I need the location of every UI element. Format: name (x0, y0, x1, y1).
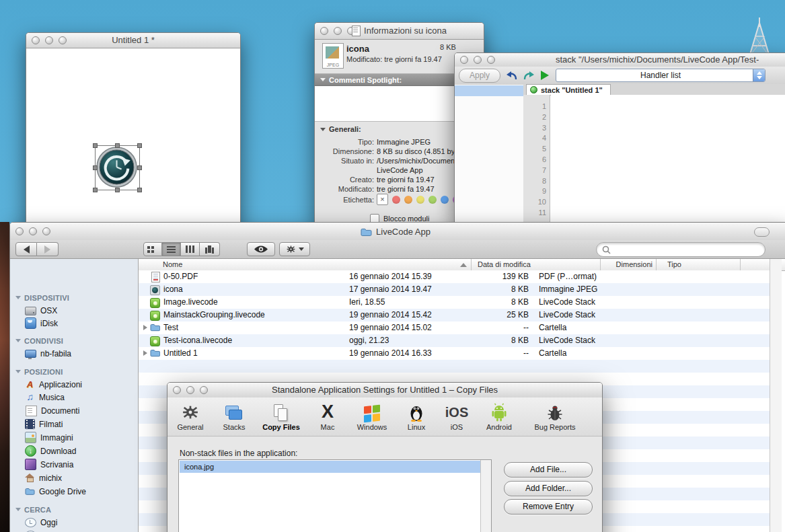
column-header-nome[interactable]: Nome (163, 260, 182, 268)
sidebar-item-filmati[interactable]: Filmati (10, 418, 138, 430)
redo-icon[interactable] (523, 70, 535, 81)
file-row-icona[interactable]: icona 17 gennaio 2014 19.47 8 KB Immagin… (139, 283, 770, 296)
minimize-button[interactable] (334, 27, 342, 35)
selection-handle[interactable] (115, 143, 120, 148)
selection-handle[interactable] (93, 143, 98, 148)
remove-entry-button[interactable]: Remove Entry (504, 499, 593, 515)
label-color-orange[interactable] (404, 196, 412, 204)
add-folder-button[interactable]: Add Folder... (504, 481, 593, 496)
label-color-yellow[interactable] (416, 196, 424, 204)
disclosure-triangle-icon[interactable] (15, 370, 21, 373)
file-row-mainstackgrouping[interactable]: MainstackGrouping.livecode 19 gennaio 20… (139, 309, 770, 321)
handler-list-dropdown[interactable]: Handler list (556, 69, 765, 82)
sidebar-item-documenti[interactable]: Documenti (10, 404, 138, 417)
file-row-pdf[interactable]: 0-50.PDF 16 gennaio 2014 15.39 139 KB PD… (139, 270, 770, 283)
sidebar-item-google-drive[interactable]: Google Drive (10, 485, 138, 498)
tab-linux[interactable]: Linux (398, 399, 435, 435)
sidebar-item-osx[interactable]: OSX (10, 304, 138, 317)
sidebar-item-oggi[interactable]: Oggi (10, 516, 138, 529)
sidebar-item-michix[interactable]: michix (10, 471, 138, 484)
minimize-button[interactable] (186, 386, 194, 394)
selection-handle[interactable] (137, 143, 142, 148)
quicklook-button[interactable] (247, 242, 275, 256)
tab-ios[interactable]: iOS iOS (439, 399, 474, 435)
sidebar-section-posizioni[interactable]: POSIZIONI (10, 365, 138, 378)
tab-bug-reports[interactable]: Bug Reports (523, 399, 587, 435)
sidebar-section-condivisi[interactable]: CONDIVISI (10, 334, 138, 347)
sidebar-item-immagini[interactable]: Immagini (10, 431, 138, 444)
disclosure-triangle-icon[interactable] (143, 350, 147, 356)
sidebar-item-scrivania[interactable]: Scrivania (10, 458, 138, 471)
column-header-dimensioni[interactable]: Dimensioni (604, 260, 652, 268)
tab-general[interactable]: General (169, 399, 212, 435)
sidebar-item-ieri[interactable]: Ieri (10, 529, 138, 532)
action-menu-button[interactable] (279, 242, 310, 256)
search-field[interactable] (596, 242, 765, 257)
column-header-data[interactable]: Data di modifica (478, 260, 531, 268)
sidebar-item-nb-fabila[interactable]: nb-fabila (10, 347, 138, 360)
add-file-button[interactable]: Add File... (504, 462, 593, 478)
disclosure-triangle-icon[interactable] (143, 325, 147, 330)
sidebar-section-dispositivi[interactable]: DISPOSITIVI (10, 291, 138, 304)
close-button[interactable] (460, 56, 468, 64)
file-row-untitled-folder[interactable]: Untitled 1 19 gennaio 2014 16.33 -- Cart… (139, 347, 770, 360)
close-button[interactable] (173, 386, 181, 394)
tab-mac[interactable]: X Mac (310, 399, 345, 435)
sidebar-item-idisk[interactable]: iDisk (10, 317, 138, 330)
file-row-image-livecode[interactable]: Image.livecode Ieri, 18.55 8 KB LiveCode… (139, 296, 770, 309)
zoom-button[interactable] (487, 56, 495, 64)
search-input[interactable] (613, 244, 751, 255)
column-header-tipo[interactable]: Tipo (667, 260, 681, 268)
toolbar-toggle-button[interactable] (754, 227, 770, 237)
selection-handle[interactable] (115, 188, 120, 192)
general-section-header[interactable]: Generali: (315, 125, 361, 133)
disclosure-triangle-icon[interactable] (15, 296, 21, 299)
icon-view-button[interactable] (143, 242, 162, 256)
selection-handle[interactable] (137, 188, 142, 192)
undo-icon[interactable] (506, 70, 518, 81)
disclosure-triangle-icon[interactable] (320, 78, 326, 81)
selected-image-object[interactable] (96, 146, 139, 190)
tab-android[interactable]: Android (477, 399, 521, 435)
label-color-blue[interactable] (441, 196, 449, 204)
apply-button[interactable]: Apply (459, 69, 500, 83)
file-list-item-selected[interactable]: icona.jpg (180, 461, 480, 473)
code-editing-area[interactable] (551, 95, 785, 223)
disclosure-triangle-icon[interactable] (320, 128, 326, 131)
forward-button[interactable] (37, 242, 59, 256)
disclosure-triangle-icon[interactable] (15, 508, 21, 511)
close-button[interactable] (320, 27, 328, 35)
tab-stacks[interactable]: Stacks (215, 399, 254, 435)
selection-handle[interactable] (93, 165, 98, 170)
stack-script-tab[interactable]: stack "Untitled 1" (526, 84, 611, 95)
list-scrollbar[interactable] (480, 460, 491, 532)
label-clear-button[interactable]: × (377, 194, 388, 205)
sidebar-item-download[interactable]: Download (10, 445, 138, 457)
file-row-test-folder[interactable]: Test 19 gennaio 2014 15.02 -- Cartella (139, 321, 770, 334)
column-view-button[interactable] (181, 242, 200, 256)
run-icon[interactable] (541, 71, 549, 80)
close-button[interactable] (32, 36, 40, 44)
file-row-test-icona[interactable]: Test-icona.livecode oggi, 21.23 8 KB Liv… (139, 334, 770, 347)
label-color-green[interactable] (428, 196, 437, 204)
coverflow-view-button[interactable] (200, 242, 220, 256)
minimize-button[interactable] (474, 56, 482, 64)
sidebar-item-applicazioni[interactable]: AApplicazioni (10, 378, 138, 391)
minimize-button[interactable] (45, 36, 53, 44)
selection-handle[interactable] (137, 165, 142, 170)
handler-side-panel[interactable] (455, 85, 524, 223)
tab-copy-files[interactable]: Copy Files (256, 399, 306, 435)
label-color-red[interactable] (392, 196, 400, 204)
zoom-button[interactable] (59, 36, 67, 44)
tab-windows[interactable]: Windows (348, 399, 396, 435)
dropdown-stepper-icon[interactable] (753, 69, 765, 81)
handler-panel-selected-row[interactable] (455, 85, 523, 96)
selection-handle[interactable] (93, 188, 98, 192)
back-button[interactable] (15, 242, 37, 256)
sidebar-item-musica[interactable]: ♫Musica (10, 391, 138, 404)
zoom-button[interactable] (200, 386, 208, 394)
list-view-button[interactable] (162, 242, 181, 256)
sidebar-section-cerca[interactable]: CERCA (10, 503, 138, 516)
disclosure-triangle-icon[interactable] (15, 339, 21, 342)
non-stack-files-list[interactable]: icona.jpg (178, 459, 492, 532)
